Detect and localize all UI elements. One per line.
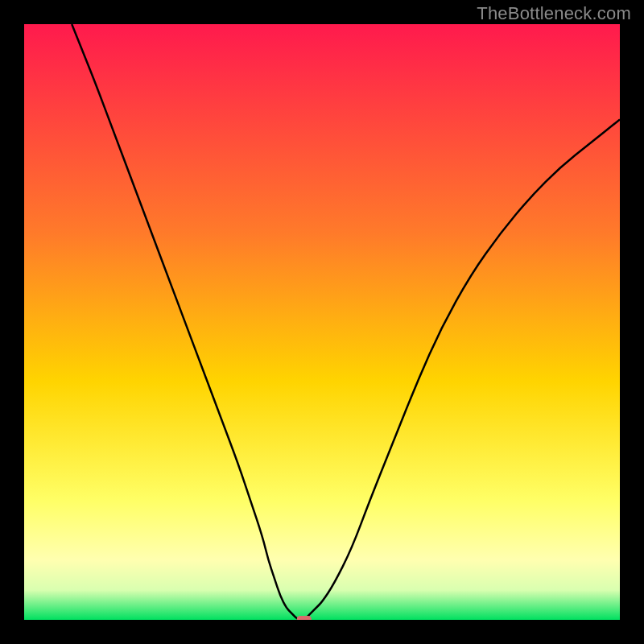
chart-container: TheBottleneck.com [0,0,644,644]
minimum-marker [297,616,312,620]
plot-area [24,24,620,620]
watermark-text: TheBottleneck.com [477,3,631,24]
curve-layer [24,24,620,620]
bottleneck-curve [72,24,620,620]
